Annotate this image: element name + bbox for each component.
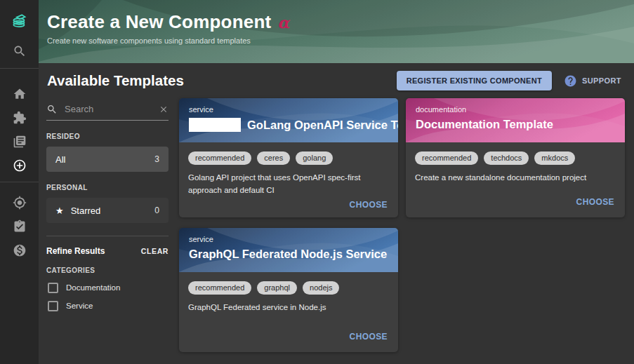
tag-chip: mkdocs [534,151,575,165]
card-body: recommended graphql nodejs GraphQL Feder… [179,272,398,329]
section-heading: Available Templates [47,72,184,89]
locate-target-icon [13,196,27,210]
sidebar-item-audit[interactable] [0,217,39,236]
extensions-puzzle-icon [13,111,27,125]
sidebar [0,0,39,364]
filter-group-label: RESIDEO [46,133,169,140]
template-description: Create a new standalone documentation pr… [415,172,616,184]
choose-button[interactable]: CHOOSE [348,197,389,213]
support-button[interactable]: SUPPORT [564,74,621,88]
sidebar-search[interactable] [0,42,39,60]
clear-search-icon[interactable] [159,105,169,114]
filter-item-all[interactable]: All 3 [46,147,169,172]
filter-item-count: 3 [154,154,159,164]
category-checkbox-service[interactable]: Service [48,297,169,315]
template-description: Golang API project that uses OpenAPI spe… [188,172,389,197]
create-plus-circle-icon [13,159,27,173]
checkbox-label: Service [66,302,93,310]
docs-library-icon [13,135,27,149]
sidebar-item-extensions[interactable] [0,109,39,127]
support-label: SUPPORT [582,76,621,85]
tag-chip: ceres [257,151,290,165]
tag-chip: techdocs [484,151,529,165]
clear-filters-button[interactable]: CLEAR [141,247,169,255]
template-type: service [189,105,388,114]
tag-list: recommended ceres golang [188,151,389,165]
card-header: service GoLang OpenAPI Service Template [179,98,398,142]
tag-chip: nodejs [303,281,339,295]
alpha-badge: α [277,13,289,32]
tag-chip: recommended [188,151,251,165]
template-title: Documentation Template [416,118,553,131]
tag-chip: graphql [257,281,297,295]
sidebar-item-create[interactable] [0,156,39,175]
sidebar-divider [0,182,39,182]
choose-button[interactable]: CHOOSE [348,329,389,344]
checkbox-label: Documentation [66,283,120,292]
checkbox-icon [48,301,58,311]
template-description: GraphQL Federated service in Node.js [188,302,389,314]
filter-item-label: All [55,154,65,165]
sidebar-item-locate[interactable] [0,194,39,212]
card-footer: CHOOSE [406,194,625,217]
app-window: Create a New Component α Create new soft… [0,0,634,364]
tag-chip: recommended [415,151,478,165]
categories-label: CATEGORIES [46,267,169,274]
choose-button[interactable]: CHOOSE [575,194,616,210]
page-subtitle: Create new software components using sta… [47,36,634,45]
tag-list: recommended graphql nodejs [188,281,389,295]
checkbox-icon [48,283,58,293]
template-logo-placeholder [189,118,241,132]
home-icon [13,87,27,101]
template-title: GoLang OpenAPI Service Template [247,119,398,132]
template-search [46,103,169,121]
card-footer: CHOOSE [179,329,398,352]
card-header: documentation Documentation Template [406,98,625,142]
card-footer: CHOOSE [179,197,398,217]
card-header: service GraphQL Federated Node.js Servic… [179,228,398,272]
cost-dollar-icon [13,243,27,257]
filter-item-count: 0 [154,205,159,215]
template-title: GraphQL Federated Node.js Service [189,248,387,261]
logo-stack-icon [11,12,29,30]
template-type: service [189,235,388,243]
template-grid: service GoLang OpenAPI Service Template … [179,98,626,352]
star-icon: ★ [55,205,64,216]
sidebar-divider [0,68,39,69]
sidebar-item-docs[interactable] [0,133,39,151]
sidebar-item-home[interactable] [0,85,39,103]
tag-chip: golang [296,151,333,165]
filter-panel: RESIDEO All 3 PERSONAL ★ Starred 0 Refin… [46,103,169,315]
search-icon [13,44,27,58]
help-question-icon [564,74,577,88]
filter-item-label: Starred [71,205,101,216]
tag-chip: recommended [188,281,251,295]
template-card-documentation: documentation Documentation Template rec… [406,98,625,217]
content-toolbar: Available Templates REGISTER EXISTING CO… [39,63,634,98]
filter-group-label: PERSONAL [46,184,169,191]
page-header: Create a New Component α Create new soft… [39,0,634,63]
audit-clipboard-check-icon [13,220,27,234]
page-title: Create a New Component [47,11,271,33]
app-logo[interactable] [0,12,39,30]
template-card-graphql-nodejs: service GraphQL Federated Node.js Servic… [179,228,398,352]
category-checkbox-documentation[interactable]: Documentation [48,278,169,297]
refine-results-title: Refine Results [46,246,105,256]
search-icon [46,104,58,115]
panel-divider [46,236,169,236]
card-body: recommended ceres golang Golang API proj… [179,142,398,197]
sidebar-item-cost[interactable] [0,241,39,259]
template-type: documentation [416,105,615,114]
template-card-golang-openapi: service GoLang OpenAPI Service Template … [179,98,398,217]
tag-list: recommended techdocs mkdocs [415,151,616,165]
search-input[interactable] [63,103,153,115]
filter-item-starred[interactable]: ★ Starred 0 [46,198,169,223]
card-body: recommended techdocs mkdocs Create a new… [406,142,625,194]
register-existing-component-button[interactable]: REGISTER EXISTING COMPONENT [397,71,552,90]
